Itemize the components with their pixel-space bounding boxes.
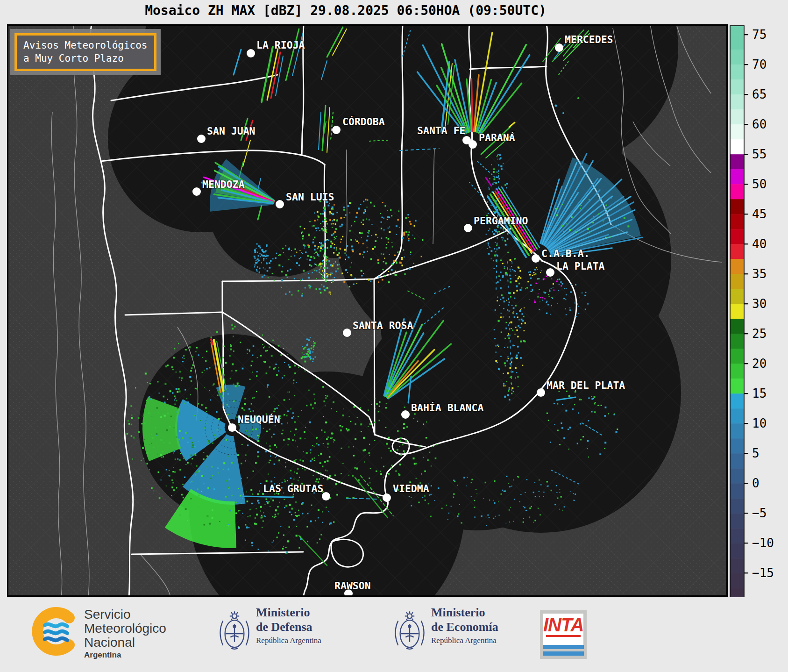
colorbar-tick-label: 25 [752, 327, 767, 341]
warning-badge: Avisos Meteorológicos a Muy Corto Plazo [10, 29, 161, 75]
city-dot-c-a-b-a [532, 254, 540, 263]
city-dot-mar-del-plata [537, 388, 545, 397]
page-title: Mosaico ZH MAX [dBZ] 29.08.2025 06:50HOA… [0, 3, 691, 18]
smn-name-line1: Servicio [84, 608, 166, 622]
colorbar-segment [730, 408, 744, 424]
city-dot-paran [469, 140, 477, 149]
economia-text: Ministerio de Economía República Argenti… [431, 606, 498, 645]
radar-product-page: Mosaico ZH MAX [dBZ] 29.08.2025 06:50HOA… [0, 0, 788, 672]
colorbar-segment [730, 393, 744, 409]
colorbar-segment [730, 423, 744, 439]
colorbar-segment [730, 124, 744, 140]
city-label-mar-del-plata: MAR DEL PLATA [547, 379, 625, 391]
colorbar-segment [730, 259, 744, 274]
city-label-c-a-b-a: C.A.B.A. [541, 248, 590, 259]
colorbar-segment [730, 139, 744, 155]
colorbar-segment [730, 364, 744, 379]
footer: Servicio Meteorológico Nacional Argentin… [0, 597, 788, 672]
defensa-line2: de Defensa [256, 620, 321, 635]
colorbar-tick-label: −15 [752, 566, 774, 580]
inta-logo-word: INTA [543, 614, 583, 636]
city-dot-la-rioja [247, 49, 255, 57]
city-dot-la-plata [546, 268, 554, 277]
city-dot-pergamino [464, 224, 472, 232]
colorbar-segment [730, 558, 744, 573]
colorbar-segment [730, 304, 744, 319]
city-dot-c-rdoba [332, 126, 341, 134]
city-label-pergamino: PERGAMINO [474, 215, 528, 227]
colorbar-segment [730, 349, 744, 364]
colorbar-segment [730, 199, 744, 214]
city-label-c-rdoba: CÓRDOBA [342, 116, 385, 128]
colorbar-segment [730, 483, 744, 499]
colorbar-tick-label: 65 [752, 87, 767, 101]
colorbar-tick-label: −5 [752, 506, 767, 520]
city-dot-mercedes [555, 43, 563, 52]
colorbar-segment [730, 438, 744, 454]
city-label-viedma: VIEDMA [393, 483, 429, 494]
city-label-la-plata: LA PLATA [556, 260, 605, 272]
colorbar-tick-label: 15 [752, 386, 767, 400]
defensa-crest-icon [220, 601, 249, 657]
colorbar-segment [730, 244, 744, 259]
warning-badge-line1: Avisos Meteorológicos [23, 39, 148, 52]
radar-map-svg: LA RIOJAMERCEDESSAN JUANCÓRDOBASANTA FEP… [7, 24, 728, 597]
defensa-line1: Ministerio [256, 606, 321, 620]
city-dot-santa-rosa [343, 329, 351, 337]
economia-line1: Ministerio [431, 606, 498, 620]
inta-blue-bar-2 [543, 645, 584, 649]
colorbar-tick-label: 10 [752, 416, 767, 430]
colorbar-segment [730, 109, 744, 125]
radar-map: LA RIOJAMERCEDESSAN JUANCÓRDOBASANTA FEP… [7, 24, 728, 597]
city-label-rawson: RAWSON [334, 580, 371, 592]
city-dot-bah-a-blanca [401, 410, 410, 419]
smn-name-line3: Nacional [84, 636, 166, 650]
colorbar-segment [730, 79, 744, 95]
city-label-bah-a-blanca: BAHÍA BLANCA [411, 402, 483, 414]
inta-red-underline [546, 635, 581, 637]
colorbar-tick-label: 45 [752, 207, 767, 221]
colorbar-segment [730, 169, 744, 185]
colorbar-segment [730, 528, 744, 543]
colorbar-tick-label: 50 [752, 177, 767, 191]
smn-logo-text: Servicio Meteorológico Nacional Argentin… [84, 608, 166, 659]
colorbar-tick-label: 5 [752, 446, 760, 460]
colorbar-tick-label: 60 [752, 117, 767, 131]
colorbar-segment [730, 543, 744, 558]
colorbar-segment [730, 94, 744, 110]
colorbar-segment [730, 229, 744, 244]
smn-name-line2: Meteorológico [84, 622, 166, 636]
colorbar-tick-label: 30 [752, 297, 767, 311]
city-label-san-luis: SAN LUIS [286, 191, 334, 203]
warning-badge-frame: Avisos Meteorológicos a Muy Corto Plazo [14, 33, 156, 71]
colorbar-tick-label: 20 [752, 357, 767, 371]
city-dot-san-juan [197, 135, 206, 143]
colorbar-segment [730, 379, 744, 394]
city-label-santa-rosa: SANTA ROSA [353, 320, 413, 331]
economia-sub: República Argentina [431, 636, 498, 645]
city-dot-mendoza [192, 187, 201, 196]
colorbar-segment [730, 468, 744, 484]
economia-crest-icon [395, 601, 425, 657]
inta-blue-bar-1 [543, 651, 584, 656]
colorbar-segment [730, 154, 744, 170]
colorbar-tick-label: 55 [752, 147, 767, 161]
colorbar-segment [730, 588, 744, 597]
colorbar-segment [730, 214, 744, 229]
colorbar-tick-label: 0 [752, 476, 760, 490]
colorbar-segment [730, 274, 744, 289]
colorbar-tick-label: 35 [752, 267, 767, 281]
smn-country: Argentina [84, 651, 166, 659]
city-dot-viedma [383, 493, 391, 502]
colorbar-segment [730, 513, 744, 529]
economia-line2: de Economía [431, 620, 498, 635]
colorbar-tick-label: −10 [752, 536, 774, 550]
colorbar-segment [730, 453, 744, 469]
city-label-santa-fe: SANTA FE [417, 125, 466, 136]
colorbar-tick-label: 40 [752, 237, 767, 251]
colorbar-segment [730, 35, 744, 50]
warning-badge-line2: a Muy Corto Plazo [23, 52, 148, 65]
city-label-paran: PARANÁ [479, 132, 515, 143]
smn-logo-icon [29, 606, 80, 657]
colorbar-segment [730, 498, 744, 514]
